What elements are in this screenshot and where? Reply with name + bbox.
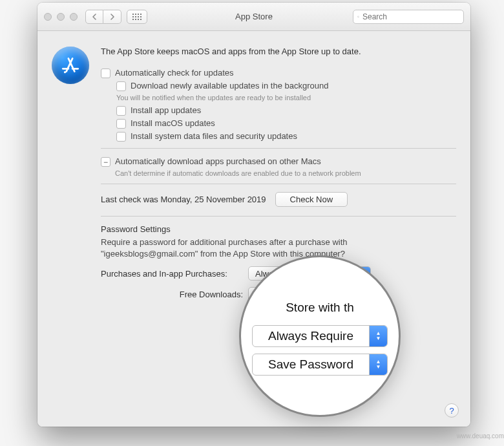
magnifier-overlay: Store with th Always Require ▲▼ Save Pas…	[239, 255, 401, 417]
install-app-updates-label: Install app updates	[131, 105, 201, 115]
zoom-window-button[interactable]	[70, 13, 78, 21]
install-system-data-checkbox[interactable]: Install system data files and security u…	[116, 131, 456, 142]
auto-download-purchased-checkbox[interactable]: − Automatically download apps purchased …	[101, 156, 456, 167]
install-system-data-label: Install system data files and security u…	[131, 131, 297, 141]
auto-check-label: Automatically check for updates	[115, 68, 234, 78]
auto-check-updates-checkbox[interactable]: Automatically check for updates	[101, 68, 456, 78]
checkbox-mixed-icon: −	[101, 157, 110, 167]
select-arrows-icon: ▲▼	[369, 354, 387, 375]
chevron-right-icon	[110, 14, 115, 20]
download-background-sub: You will be notified when the updates ar…	[116, 94, 456, 101]
checkbox-icon	[116, 81, 126, 91]
watermark: www.deuaq.com	[457, 432, 504, 440]
install-app-updates-checkbox[interactable]: Install app updates	[116, 105, 456, 116]
svg-point-2	[60, 55, 81, 76]
download-background-label: Download newly available updates in the …	[131, 81, 328, 90]
checkbox-icon	[116, 132, 126, 142]
auto-download-purchased-label: Automatically download apps purchased on…	[115, 156, 321, 166]
purchases-label: Purchases and In-app Purchases:	[101, 269, 243, 279]
forward-button[interactable]	[103, 10, 121, 24]
mag-free-downloads-select[interactable]: Save Password ▲▼	[252, 354, 388, 376]
divider	[101, 148, 456, 149]
select-arrows-icon: ▲▼	[369, 326, 387, 346]
divider	[101, 184, 456, 184]
auto-download-sub: Can't determine if automatic downloads a…	[115, 169, 456, 177]
help-icon: ?	[449, 406, 454, 416]
search-field[interactable]	[353, 10, 464, 24]
help-button[interactable]: ?	[445, 403, 459, 418]
last-check-text: Last check was Monday, 25 November 2019	[101, 195, 266, 204]
checkbox-icon	[116, 106, 126, 116]
search-input[interactable]	[362, 12, 459, 21]
checkbox-icon	[101, 69, 110, 78]
mag-opt1: Always Require	[253, 329, 369, 343]
grid-icon	[132, 14, 142, 20]
mag-opt2: Save Password	[253, 357, 369, 372]
back-button[interactable]	[85, 10, 103, 24]
intro-text: The App Store keeps macOS and apps from …	[101, 47, 456, 56]
close-window-button[interactable]	[44, 13, 52, 21]
svg-point-7	[64, 71, 66, 73]
minimize-window-button[interactable]	[57, 13, 65, 21]
search-icon	[357, 13, 359, 21]
title-bar: App Store	[37, 3, 470, 31]
check-now-button[interactable]: Check Now	[275, 192, 348, 207]
app-store-icon	[52, 47, 89, 84]
traffic-lights	[44, 13, 78, 21]
free-downloads-label: Free Downloads:	[101, 290, 243, 299]
show-all-button[interactable]	[127, 10, 147, 24]
mag-purchases-select[interactable]: Always Require ▲▼	[252, 325, 388, 347]
install-macos-updates-checkbox[interactable]: Install macOS updates	[116, 118, 456, 129]
nav-buttons	[85, 10, 121, 24]
download-background-checkbox[interactable]: Download newly available updates in the …	[116, 81, 456, 91]
divider	[101, 216, 456, 217]
chevron-left-icon	[92, 14, 97, 20]
mag-top-text: Store with th	[283, 297, 357, 319]
password-settings-desc: Require a password for additional purcha…	[101, 237, 456, 260]
password-settings-header: Password Settings	[101, 224, 456, 234]
checkbox-icon	[116, 119, 126, 129]
install-macos-updates-label: Install macOS updates	[131, 118, 215, 128]
svg-line-1	[359, 17, 359, 17]
